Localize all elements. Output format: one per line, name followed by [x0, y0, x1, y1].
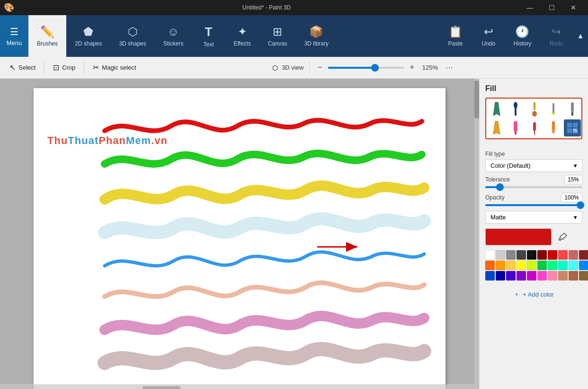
main-color-swatch[interactable] — [485, 228, 552, 245]
tab-3dshapes[interactable]: ⬡ 3D shapes — [110, 15, 154, 57]
close-button[interactable]: ✕ — [562, 0, 584, 15]
minimize-button[interactable]: — — [519, 0, 541, 15]
undo-icon: ↩ — [484, 25, 493, 38]
menu-button[interactable]: ☰ Menu — [0, 15, 28, 57]
canvas-area[interactable]: ThuThuatPhanMem.vn — [0, 79, 479, 389]
scrollbar-vertical[interactable] — [474, 79, 479, 389]
palette-color-cell[interactable] — [548, 261, 557, 270]
palette-color-cell[interactable] — [579, 271, 588, 280]
matte-value: Matte — [490, 214, 506, 221]
palette-color-cell[interactable] — [517, 250, 526, 260]
tolerance-row: Tolerance 15% — [485, 175, 582, 184]
palette-color-cell[interactable] — [548, 271, 557, 280]
select-icon: ↖ — [9, 63, 16, 72]
magic-select-label: Magic select — [102, 64, 136, 71]
palette-color-cell[interactable] — [537, 261, 547, 270]
matte-dropdown[interactable]: Matte ▾ — [485, 211, 582, 224]
toolbar-separator-3 — [309, 61, 310, 74]
zoom-slider[interactable] — [328, 67, 404, 69]
fill-type-label: Fill type — [485, 151, 582, 157]
redo-label: Redo — [550, 40, 563, 47]
palette-color-cell[interactable] — [506, 261, 516, 270]
palette-color-cell[interactable] — [569, 250, 578, 260]
palette-color-cell[interactable] — [496, 271, 505, 280]
palette-color-cell[interactable] — [496, 261, 505, 270]
tab-text[interactable]: T Text — [192, 15, 225, 57]
undo-label: Undo — [481, 40, 495, 47]
app-icon: 🎨 — [4, 2, 14, 13]
tab-3dlibrary-label: 3D library — [304, 40, 329, 47]
palette-color-cell[interactable] — [537, 271, 547, 280]
redo-button[interactable]: ↪ Redo — [540, 15, 573, 57]
brush-crayon[interactable] — [545, 119, 562, 136]
brush-pencil[interactable] — [545, 100, 562, 118]
tab-2dshapes[interactable]: ⬟ 2D shapes — [66, 15, 110, 57]
zoom-more-button[interactable]: ··· — [444, 63, 454, 72]
brush-marker[interactable] — [564, 100, 581, 118]
3dlibrary-icon: 📦 — [309, 25, 323, 38]
tab-stickers[interactable]: ☺ Stickers — [155, 15, 192, 57]
tolerance-slider[interactable] — [485, 186, 582, 188]
paste-icon: 📋 — [448, 25, 463, 38]
zoom-minus-button[interactable]: − — [315, 63, 324, 72]
brush-brush[interactable] — [526, 100, 543, 118]
palette-color-cell[interactable] — [569, 271, 578, 280]
palette-color-cell[interactable] — [517, 261, 526, 270]
fill-type-value: Color (Default) — [490, 162, 531, 169]
palette-color-cell[interactable] — [496, 250, 505, 260]
palette-color-cell[interactable] — [506, 271, 516, 280]
scrollbar-horizontal[interactable] — [0, 384, 474, 389]
fill-heading: Fill — [485, 84, 582, 93]
palette-color-cell[interactable] — [579, 250, 588, 260]
palette-color-cell[interactable] — [579, 261, 588, 270]
palette-color-cell[interactable] — [527, 271, 536, 280]
brush-highlighter[interactable] — [507, 119, 524, 136]
text-icon: T — [205, 25, 213, 39]
opacity-value: 100% — [561, 193, 582, 202]
add-color-button[interactable]: ＋ + Add color — [485, 287, 582, 301]
dropdown-arrow-icon: ▾ — [574, 162, 577, 169]
palette-color-cell[interactable] — [548, 250, 557, 260]
3dview-label: 3D view — [282, 64, 303, 71]
eyedropper-button[interactable] — [555, 229, 570, 244]
palette-color-cell[interactable] — [558, 250, 568, 260]
crop-tool-button[interactable]: ⊡ Crop — [47, 61, 81, 74]
tab-brushes[interactable]: ✏️ Brushes — [28, 15, 66, 57]
matte-arrow-icon: ▾ — [574, 214, 577, 221]
tab-canvas[interactable]: ⊞ Canvas — [259, 15, 296, 57]
svg-rect-7 — [552, 103, 554, 112]
palette-color-cell[interactable] — [527, 250, 536, 260]
fill-type-dropdown[interactable]: Color (Default) ▾ — [485, 159, 582, 172]
opacity-label: Opacity — [485, 194, 505, 201]
palette-color-cell[interactable] — [485, 271, 495, 280]
opacity-slider[interactable] — [485, 204, 582, 206]
brush-pixel[interactable] — [564, 119, 581, 136]
maximize-button[interactable]: ☐ — [541, 0, 562, 15]
paste-button[interactable]: 📋 Paste — [439, 15, 472, 57]
brush-spray[interactable] — [526, 119, 543, 136]
tab-3dlibrary[interactable]: 📦 3D library — [296, 15, 337, 57]
palette-color-cell[interactable] — [485, 261, 495, 270]
color-swatch-row — [485, 228, 582, 245]
undo-button[interactable]: ↩ Undo — [472, 15, 505, 57]
magic-select-icon: ✂ — [93, 63, 99, 72]
zoom-plus-button[interactable]: + — [408, 63, 417, 72]
tab-effects[interactable]: ✦ Effects — [225, 15, 259, 57]
brush-pen[interactable] — [488, 119, 505, 136]
palette-color-cell[interactable] — [517, 271, 526, 280]
select-tool-button[interactable]: ↖ Select — [4, 61, 41, 74]
palette-color-cell[interactable] — [569, 261, 578, 270]
magic-select-button[interactable]: ✂ Magic select — [87, 61, 142, 74]
brush-calligraphy-1[interactable] — [488, 100, 505, 118]
palette-color-cell[interactable] — [527, 261, 536, 270]
palette-color-cell[interactable] — [558, 261, 568, 270]
brush-calligraphy-2[interactable] — [507, 100, 524, 118]
palette-color-cell[interactable] — [485, 250, 495, 260]
stickers-icon: ☺ — [168, 25, 179, 38]
ribbon-collapse-button[interactable]: ▲ — [573, 15, 588, 57]
palette-color-cell[interactable] — [558, 271, 568, 280]
history-button[interactable]: 🕐 History — [505, 15, 540, 57]
palette-color-cell[interactable] — [506, 250, 516, 260]
redo-icon: ↪ — [552, 25, 561, 38]
palette-color-cell[interactable] — [537, 250, 547, 260]
